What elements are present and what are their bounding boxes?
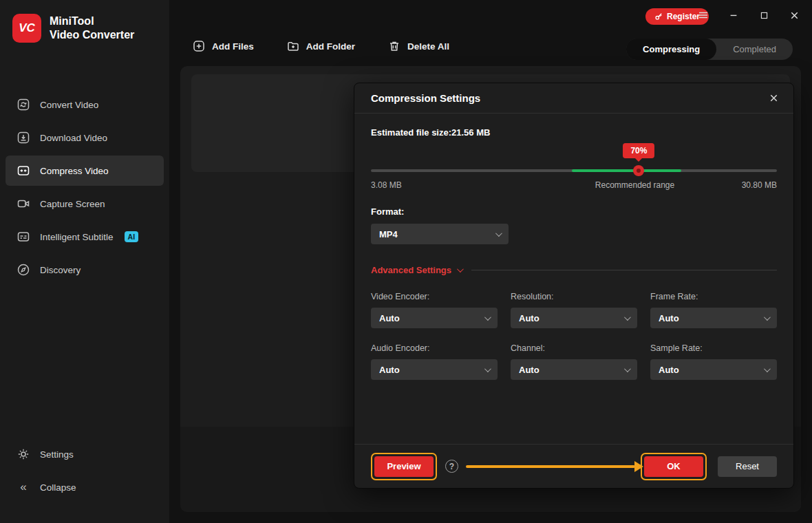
estimated-file-size: Estimated file size:21.56 MB	[371, 127, 777, 138]
app-logo-icon: VC	[12, 14, 41, 43]
frame-rate-dropdown[interactable]: Auto	[650, 308, 777, 328]
field-label: Video Encoder:	[371, 292, 498, 301]
gear-icon	[17, 447, 30, 461]
app-title: MiniTool Video Converter	[50, 14, 134, 42]
sidebar-item-label: Capture Screen	[40, 199, 105, 209]
sidebar-item-label: Compress Video	[40, 166, 109, 176]
add-files-button[interactable]: Add Files	[193, 40, 254, 52]
minimize-icon[interactable]	[727, 8, 740, 22]
maximize-icon[interactable]	[757, 8, 771, 22]
sidebar-item-download-video[interactable]: Download Video	[6, 122, 164, 153]
audio-encoder-dropdown[interactable]: Auto	[371, 359, 498, 380]
field-resolution: Resolution: Auto	[511, 292, 637, 328]
sidebar-bottom: Settings « Collapse	[0, 436, 169, 505]
help-icon[interactable]: ?	[445, 460, 458, 473]
menu-icon[interactable]	[696, 8, 710, 22]
chevron-down-icon	[484, 314, 491, 321]
ai-badge: AI	[125, 231, 139, 242]
app-title-line1: MiniTool	[50, 14, 134, 28]
sidebar-item-label: Settings	[40, 449, 74, 460]
preview-highlight-annotation: Preview	[371, 453, 437, 480]
sidebar-item-collapse[interactable]: « Collapse	[6, 472, 164, 502]
sidebar-item-settings[interactable]: Settings	[6, 439, 164, 469]
slider-min-label: 3.08 MB	[371, 180, 402, 190]
sidebar-item-label: Discovery	[40, 265, 81, 275]
chevron-down-icon	[764, 365, 771, 372]
field-value: Auto	[519, 365, 539, 375]
main-area: Register Add Files	[169, 0, 812, 523]
compression-settings-dialog: Compression Settings Estimated file size…	[354, 83, 794, 489]
add-folder-button[interactable]: Add Folder	[287, 40, 355, 52]
field-value: Auto	[659, 313, 679, 323]
field-label: Frame Rate:	[650, 292, 777, 301]
sidebar: VC MiniTool Video Converter Convert Vide…	[0, 0, 169, 523]
chevron-down-icon	[764, 314, 771, 321]
chevron-down-icon	[457, 266, 464, 273]
sidebar-item-intelligent-subtitle[interactable]: Intelligent Subtitle AI	[6, 222, 164, 252]
field-channel: Channel: Auto	[511, 343, 637, 380]
advanced-fields: Video Encoder: Auto Resolution: Auto Fra…	[371, 292, 777, 380]
chevron-down-icon	[495, 230, 502, 237]
add-files-icon	[193, 40, 205, 52]
sample-rate-dropdown[interactable]: Auto	[650, 359, 777, 380]
format-dropdown[interactable]: MP4	[371, 224, 509, 244]
ok-highlight-annotation: OK	[641, 453, 707, 480]
video-encoder-dropdown[interactable]: Auto	[371, 308, 498, 328]
resolution-dropdown[interactable]: Auto	[511, 308, 637, 328]
app-logo: VC MiniTool Video Converter	[0, 0, 169, 56]
intelligent-subtitle-icon	[17, 230, 30, 244]
field-label: Channel:	[511, 343, 637, 353]
field-sample-rate: Sample Rate: Auto	[650, 343, 777, 380]
dialog-footer: Preview ? OK Reset	[354, 444, 793, 488]
dialog-header: Compression Settings	[354, 83, 793, 114]
field-value: Auto	[519, 313, 539, 323]
sidebar-item-label: Collapse	[40, 482, 76, 493]
field-audio-encoder: Audio Encoder: Auto	[371, 343, 498, 380]
add-folder-icon	[287, 40, 299, 52]
sidebar-item-label: Download Video	[40, 133, 107, 143]
ok-button[interactable]: OK	[644, 456, 703, 477]
convert-video-icon	[17, 98, 30, 111]
slider-max-label: 30.80 MB	[742, 180, 777, 190]
slider-recommended-segment	[572, 169, 681, 172]
add-files-label: Add Files	[212, 41, 254, 52]
close-icon[interactable]	[787, 8, 801, 22]
dialog-title: Compression Settings	[371, 92, 480, 104]
sidebar-item-label: Convert Video	[40, 100, 98, 110]
key-icon	[654, 12, 663, 21]
slider-range-label: Recommended range	[595, 180, 674, 190]
toolbar: Add Files Add Folder Delete All	[193, 40, 449, 52]
app-title-line2: Video Converter	[50, 28, 134, 42]
sidebar-item-capture-screen[interactable]: Capture Screen	[6, 189, 164, 219]
reset-button[interactable]: Reset	[718, 456, 777, 477]
advanced-settings-label: Advanced Settings	[371, 265, 451, 275]
field-label: Audio Encoder:	[371, 343, 498, 353]
advanced-settings-row: Advanced Settings	[371, 265, 777, 275]
compress-video-icon	[17, 164, 30, 178]
tab-completed[interactable]: Completed	[716, 39, 793, 60]
field-value: Auto	[379, 313, 400, 323]
format-label: Format:	[371, 206, 777, 217]
field-value: Auto	[659, 365, 679, 375]
delete-all-button[interactable]: Delete All	[388, 40, 449, 52]
window-controls	[696, 8, 801, 22]
titlebar: Register	[169, 0, 812, 33]
slider-value-tooltip: 70%	[623, 143, 654, 158]
preview-button[interactable]: Preview	[374, 456, 434, 477]
download-video-icon	[17, 131, 30, 145]
discovery-icon	[17, 263, 30, 277]
dialog-close-icon[interactable]	[766, 91, 781, 106]
advanced-settings-toggle[interactable]: Advanced Settings	[371, 265, 462, 275]
add-folder-label: Add Folder	[306, 41, 355, 52]
channel-dropdown[interactable]: Auto	[511, 359, 637, 380]
slider-thumb[interactable]	[633, 165, 644, 176]
chevron-down-icon	[624, 365, 631, 372]
tab-compressing[interactable]: Compressing	[626, 39, 716, 60]
field-frame-rate: Frame Rate: Auto	[650, 292, 777, 328]
sidebar-item-compress-video[interactable]: Compress Video	[6, 156, 164, 186]
field-label: Resolution:	[511, 292, 637, 301]
dialog-body: Estimated file size:21.56 MB 70% 3.08 MB…	[354, 114, 793, 380]
sidebar-item-convert-video[interactable]: Convert Video	[6, 89, 164, 120]
sidebar-item-discovery[interactable]: Discovery	[6, 255, 164, 285]
tutorial-arrow	[466, 465, 635, 468]
